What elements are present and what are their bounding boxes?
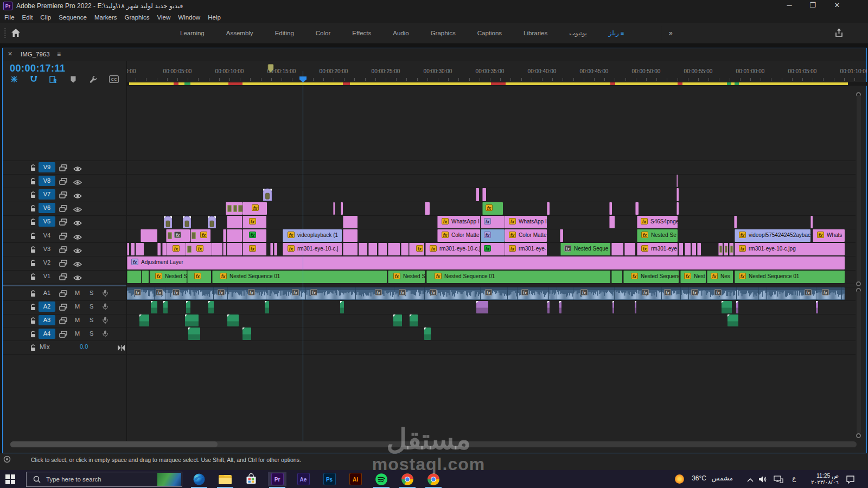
- timeline-clip[interactable]: fxS46S4pnge: [637, 216, 678, 228]
- timeline-clip[interactable]: fxrm301-eye-10-c.jpg: [735, 243, 845, 255]
- timeline-clip[interactable]: [476, 188, 479, 201]
- menu-sequence[interactable]: Sequence: [59, 14, 87, 21]
- minimize-button[interactable]: ─: [782, 0, 797, 12]
- audio-clip[interactable]: [424, 328, 431, 340]
- timeline-clip[interactable]: fxrm301-eye-10-c.j: [425, 243, 480, 255]
- track-label-v2[interactable]: V2: [39, 258, 55, 268]
- audio-clip[interactable]: fxfxfxfxfxfxfxfxfxfxfxfxfxfxfxfxfxfxfx: [127, 287, 845, 300]
- audio-clip[interactable]: [727, 314, 738, 327]
- track-lock-icon[interactable]: [30, 191, 36, 201]
- tray-expand-chevron[interactable]: [747, 477, 754, 483]
- track-label-v7[interactable]: V7: [39, 189, 55, 200]
- audio-clip[interactable]: [185, 314, 199, 327]
- timeline-clip[interactable]: fx: [409, 243, 424, 255]
- solo-button[interactable]: S: [90, 317, 93, 323]
- source-patch-icon[interactable]: [59, 259, 67, 269]
- audio-clip[interactable]: [736, 301, 738, 313]
- timeline-clip[interactable]: fxNest: [680, 271, 706, 283]
- workspace-tab[interactable]: Learning: [180, 30, 205, 36]
- mute-button[interactable]: M: [75, 317, 80, 323]
- timeline-clip[interactable]: fx: [481, 229, 505, 242]
- timeline-clip[interactable]: [624, 243, 635, 255]
- network-icon[interactable]: [774, 476, 783, 484]
- horizontal-scrollbar-thumb[interactable]: [10, 441, 218, 447]
- taskbar-app-photoshop[interactable]: Ps: [320, 472, 339, 486]
- menu-window[interactable]: Window: [178, 14, 200, 21]
- close-button[interactable]: ✕: [829, 0, 845, 12]
- timeline-clip[interactable]: [734, 216, 737, 228]
- timeline-clip[interactable]: fxrm301-eye-10-c.j: [283, 243, 342, 255]
- timeline-clip[interactable]: fxNested Se: [637, 229, 678, 242]
- timeline-clip[interactable]: [635, 202, 639, 215]
- timeline-clip[interactable]: [676, 202, 679, 215]
- mute-button[interactable]: M: [75, 290, 80, 296]
- timeline-clip[interactable]: [685, 243, 691, 255]
- timeline-clip[interactable]: fxWhatsApp I: [437, 216, 480, 228]
- timeline-clip[interactable]: fxrm301-eye: [637, 243, 678, 255]
- playhead-head[interactable]: [299, 75, 307, 85]
- track-lock-icon[interactable]: [30, 330, 36, 340]
- timeline-clip[interactable]: fxAdjustment Layer: [127, 256, 845, 269]
- timeline-clip[interactable]: [127, 243, 129, 255]
- taskbar-app-spotify[interactable]: [372, 472, 391, 486]
- taskbar-app-illustrator[interactable]: Ai: [346, 472, 365, 486]
- audio-clip[interactable]: [410, 314, 418, 327]
- track-lock-icon[interactable]: [30, 259, 36, 269]
- timeline-clip[interactable]: [212, 243, 222, 255]
- weather-icon[interactable]: [674, 474, 685, 485]
- audio-clip[interactable]: [139, 314, 149, 327]
- audio-clip[interactable]: [559, 301, 561, 313]
- track-label-v5[interactable]: V5: [39, 216, 55, 227]
- track-label-v1[interactable]: V1: [39, 271, 55, 281]
- timeline-clip[interactable]: fx: [166, 243, 186, 255]
- menu-file[interactable]: File: [4, 14, 15, 21]
- vertical-scrollbar-dot[interactable]: [856, 433, 861, 438]
- track-label-a1[interactable]: A1: [39, 288, 55, 298]
- audio-clip[interactable]: [265, 301, 269, 313]
- bowtie-icon[interactable]: [118, 343, 125, 353]
- taskbar-app-premiere[interactable]: Pr: [268, 472, 286, 486]
- workspace-tab-menu-icon[interactable]: ≡: [619, 30, 624, 36]
- timeline-clip[interactable]: fxvideopl5754242452aybac: [735, 229, 810, 242]
- menu-markers[interactable]: Markers: [94, 14, 117, 21]
- workspace-tab[interactable]: Audio: [393, 30, 409, 36]
- marker-clip[interactable]: [208, 216, 216, 230]
- video-audio-divider[interactable]: [3, 285, 126, 286]
- workspace-tab[interactable]: Graphics: [431, 30, 456, 36]
- source-patch-icon[interactable]: [59, 218, 67, 228]
- source-patch-icon[interactable]: [59, 290, 67, 299]
- track-label-v8[interactable]: V8: [39, 176, 55, 186]
- taskbar-app-edge[interactable]: [190, 472, 208, 486]
- audio-clip[interactable]: [186, 301, 190, 313]
- workspace-tab[interactable]: Editing: [275, 30, 294, 36]
- timeline-clip[interactable]: fxNested S: [150, 271, 187, 283]
- audio-clip[interactable]: [476, 301, 488, 313]
- workspace-tab[interactable]: Libraries: [524, 30, 547, 36]
- source-patch-icon[interactable]: [59, 204, 67, 214]
- source-patch-icon[interactable]: [59, 273, 67, 282]
- timeline-clip[interactable]: [697, 243, 701, 255]
- timeline-clip[interactable]: [270, 243, 273, 255]
- source-patch-icon[interactable]: [59, 177, 67, 187]
- timeline-clip[interactable]: fx: [481, 243, 505, 255]
- timeline-clip[interactable]: fx: [186, 243, 212, 255]
- toggle-track-output-icon[interactable]: [73, 178, 82, 188]
- workspace-tab[interactable]: ريلز ≡: [609, 29, 624, 37]
- timeline-clip[interactable]: [676, 188, 679, 201]
- restore-button[interactable]: ❐: [805, 0, 820, 12]
- track-label-v9[interactable]: V9: [39, 162, 55, 172]
- workspace-tab[interactable]: Captions: [477, 30, 502, 36]
- audio-clip[interactable]: [188, 328, 200, 340]
- timeline-clip[interactable]: [609, 202, 612, 215]
- track-label-v6[interactable]: V6: [39, 203, 55, 213]
- workspace-tab[interactable]: Color: [316, 30, 330, 36]
- voiceover-record-icon[interactable]: [103, 330, 108, 340]
- taskbar-app-explorer[interactable]: [216, 472, 234, 486]
- timeline-clip[interactable]: [343, 229, 358, 242]
- track-lock-icon[interactable]: [30, 232, 36, 242]
- menu-graphics[interactable]: Graphics: [125, 14, 150, 21]
- timeline-clip[interactable]: fxWhatsApp I: [505, 216, 547, 228]
- audio-clip[interactable]: [612, 301, 614, 313]
- solo-button[interactable]: S: [90, 303, 93, 310]
- source-patch-icon[interactable]: [59, 246, 67, 255]
